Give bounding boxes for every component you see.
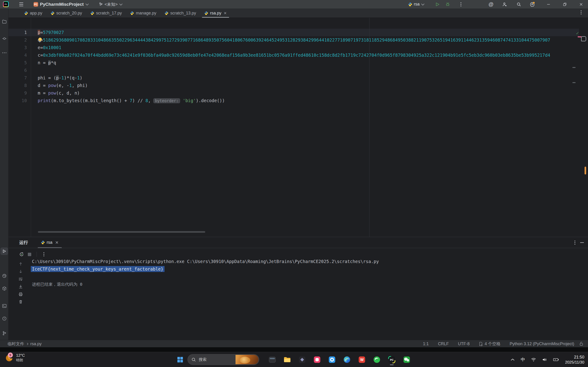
up-stacktrace-icon[interactable]: [19, 262, 23, 266]
version-control-tool-window-button[interactable]: [0, 329, 8, 337]
line-number: 2: [9, 36, 29, 44]
code-line-3[interactable]: e=0x10001: [38, 44, 580, 51]
taskbar-search-box[interactable]: 搜索: [188, 354, 259, 365]
window-minimize-button[interactable]: [544, 0, 553, 8]
chevron-down-icon: [421, 2, 424, 5]
console-more-button[interactable]: [40, 252, 48, 256]
code-line-6[interactable]: [38, 67, 580, 74]
project-tool-window-button[interactable]: [0, 18, 8, 25]
commit-tool-window-button[interactable]: [0, 35, 8, 42]
ai-assistant-button[interactable]: @: [487, 0, 495, 8]
panel-more-button[interactable]: [574, 241, 575, 245]
python-console-tool-window-button[interactable]: [0, 272, 8, 280]
settings-button[interactable]: [528, 0, 536, 8]
vcs-branch-widget[interactable]: <未知>: [99, 0, 121, 8]
run-console-tab[interactable]: rsa ✕: [38, 237, 62, 248]
code-text[interactable]: p=57970027q=5186293680901708283310486635…: [38, 29, 580, 104]
rerun-button[interactable]: [18, 252, 26, 257]
windows-taskbar: 9 12°C 晴朗 搜索 WPC 中 21:50 2025/11/30: [0, 352, 588, 367]
code-line-5[interactable]: n = p*q: [38, 59, 580, 67]
print-icon[interactable]: [19, 292, 23, 296]
ai-assistant-editor-icon[interactable]: [581, 36, 586, 41]
hide-panel-button[interactable]: [580, 242, 584, 243]
editor-tab-scratch_17.py[interactable]: scratch_17.py: [86, 8, 126, 18]
tab-label: scratch_20.py: [56, 11, 82, 16]
clear-all-icon[interactable]: [19, 300, 23, 304]
stop-button[interactable]: [26, 253, 33, 256]
close-icon[interactable]: ✕: [55, 240, 59, 245]
start-button[interactable]: [176, 356, 184, 363]
editor-tab-manage.py[interactable]: manage.py: [126, 8, 160, 18]
terminal-tool-window-button[interactable]: [0, 302, 8, 310]
code-editor[interactable]: 12345678910 p=57970027q=5186293680901708…: [9, 18, 588, 237]
breadcrumb-file[interactable]: rsa.py: [30, 342, 42, 346]
debug-button[interactable]: [443, 0, 452, 8]
inspections-ok-icon[interactable]: ✓: [576, 30, 579, 36]
code-line-8[interactable]: d = pow(e, -1, phi): [38, 82, 580, 89]
breadcrumb-root[interactable]: 临时文件: [8, 341, 24, 347]
search-everywhere-button[interactable]: [515, 0, 523, 8]
editor-tabs: app.pyscratch_20.pyscratch_17.pymanage.p…: [20, 8, 231, 18]
weather-widget[interactable]: 9 12°C 晴朗: [6, 353, 25, 362]
volume-icon[interactable]: [542, 358, 547, 362]
intention-bulb-icon[interactable]: [38, 38, 42, 42]
ime-indicator[interactable]: 中: [521, 357, 525, 363]
wps-icon[interactable]: W: [358, 356, 366, 364]
pycharm-window: PC PyCharmMiscProject <未知> rsa @: [0, 0, 588, 347]
problems-tool-window-button[interactable]: [0, 315, 8, 322]
run-console-output[interactable]: C:\Users\30910\PyCharmMiscProject\.venv\…: [32, 258, 583, 288]
soft-wrap-icon[interactable]: [19, 277, 23, 281]
editor-tab-app.py[interactable]: app.py: [20, 8, 46, 18]
code-line-7[interactable]: phi = (p-1)*(q-1): [38, 74, 580, 82]
project-widget[interactable]: PC PyCharmMiscProject: [34, 0, 88, 8]
search-highlight-image[interactable]: [235, 355, 259, 364]
close-icon[interactable]: ✕: [224, 11, 226, 15]
line-number: 1: [9, 29, 29, 36]
run-configuration-widget[interactable]: rsa: [408, 0, 424, 8]
code-line-2[interactable]: q=51862936809017082833104866355022963444…: [38, 36, 580, 44]
run-tool-window-button[interactable]: [0, 247, 8, 255]
file-explorer-icon[interactable]: [283, 356, 291, 364]
wechat-icon[interactable]: [403, 356, 411, 364]
window-restore-button[interactable]: [561, 0, 569, 8]
windows-logo-icon: [176, 356, 184, 363]
line-separator-widget[interactable]: CRLF: [438, 342, 449, 346]
terminal-icon[interactable]: [268, 356, 276, 364]
horizontal-scrollbar-thumb[interactable]: [38, 231, 205, 233]
edge-icon[interactable]: [343, 356, 351, 364]
taskbar-clock[interactable]: 21:50 2025/11/30: [565, 355, 584, 365]
editor-tab-rsa.py[interactable]: rsa.py✕: [200, 8, 231, 18]
battery-charging-icon[interactable]: [553, 358, 559, 361]
code-line-1[interactable]: p=57970027: [38, 29, 580, 36]
wifi-icon[interactable]: [531, 358, 536, 362]
pycharm-icon[interactable]: PC: [388, 356, 396, 364]
more-actions-button[interactable]: [457, 0, 465, 8]
interpreter-widget[interactable]: Python 3.12 (PyCharmMiscProject): [510, 342, 574, 346]
line-number: 6: [9, 67, 29, 74]
code-line-10[interactable]: print(m.to_bytes((m.bit_length() + 7) //…: [38, 97, 580, 104]
tab-options-button[interactable]: [581, 10, 582, 15]
code-line-4[interactable]: c=0x3dbf00a02f924a70f44bdd69e73c46241e9f…: [38, 51, 580, 59]
indent-widget[interactable]: 4 个空格: [479, 341, 501, 347]
code-with-me-button[interactable]: [500, 0, 509, 8]
more-tool-windows-button[interactable]: [0, 49, 8, 57]
green-app-icon[interactable]: [373, 356, 381, 364]
down-stacktrace-icon[interactable]: [19, 269, 23, 274]
editor-tab-scratch_13.py[interactable]: scratch_13.py: [160, 8, 200, 18]
run-button[interactable]: [433, 0, 442, 8]
breadcrumb[interactable]: 临时文件 rsa.py: [8, 340, 42, 348]
pink-app-icon[interactable]: [313, 356, 321, 364]
editor-tab-scratch_20.py[interactable]: scratch_20.py: [46, 8, 86, 18]
code-line-9[interactable]: m = pow(c, d, n): [38, 89, 580, 97]
project-avatar: PC: [34, 2, 38, 7]
unlocked-icon[interactable]: [579, 341, 583, 346]
dark-box-icon[interactable]: [298, 356, 306, 364]
main-menu-button[interactable]: [18, 0, 24, 8]
encoding-widget[interactable]: UTF-8: [458, 342, 470, 346]
blue-app-icon[interactable]: [328, 356, 336, 364]
python-packages-tool-window-button[interactable]: [0, 285, 8, 292]
hidden-icons-chevron[interactable]: [510, 358, 515, 361]
caret-position-widget[interactable]: 1:1: [423, 342, 429, 346]
scroll-to-end-icon[interactable]: [19, 285, 23, 289]
window-close-button[interactable]: [577, 0, 585, 8]
